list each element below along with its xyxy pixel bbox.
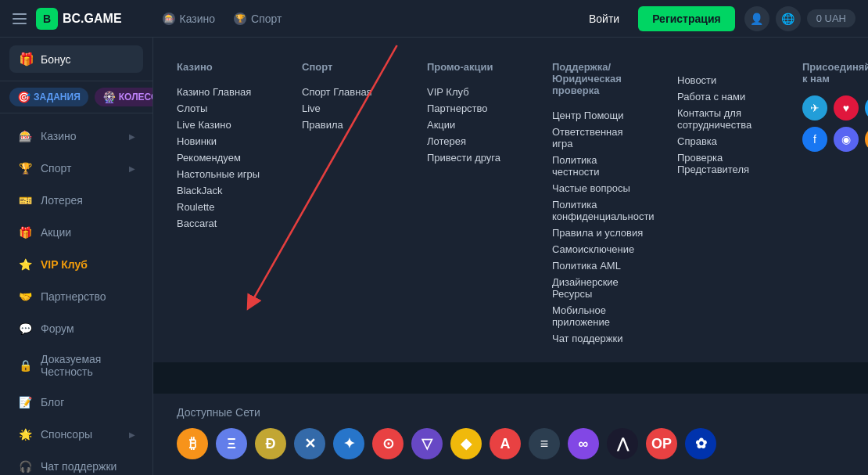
content-area: КазиноКазино ГлавнаяСлотыLive КазиноНови… bbox=[153, 38, 868, 475]
mega-item-3-9[interactable]: Мобильное приложение bbox=[552, 302, 646, 330]
mega-item-2-2[interactable]: Акции bbox=[427, 117, 521, 133]
koleso-icon: 🎡 bbox=[102, 91, 116, 103]
network-coin-13[interactable]: ✿ bbox=[685, 428, 716, 459]
network-coin-3[interactable]: ✕ bbox=[294, 428, 325, 459]
mega-item-3-8[interactable]: Дизайнерские Ресурсы bbox=[552, 274, 646, 302]
mega-item-0-8[interactable]: Baccarat bbox=[177, 215, 271, 232]
sidebar-icon-3: 🎁 bbox=[17, 225, 33, 240]
mega-item-0-1[interactable]: Слоты bbox=[177, 100, 271, 117]
mega-item-3-0[interactable]: Центр Помощи bbox=[552, 107, 646, 124]
sidebar-item-8[interactable]: 📝 Блог bbox=[5, 387, 148, 418]
sidebar-item-6[interactable]: 💬 Форум bbox=[5, 313, 148, 344]
header-left: B BC.GAME 🎰 Казино 🏆 Спорт bbox=[13, 8, 282, 30]
mega-item-4-3[interactable]: Справка bbox=[677, 133, 771, 149]
network-coin-8[interactable]: A bbox=[490, 428, 521, 459]
network-coin-4[interactable]: ✦ bbox=[333, 428, 364, 459]
network-coin-2[interactable]: Ð bbox=[255, 428, 286, 459]
mega-item-0-4[interactable]: Рекомендуем bbox=[177, 149, 271, 166]
sidebar-label-7: Доказуемая Честность bbox=[41, 353, 135, 378]
mega-item-0-2[interactable]: Live Казино bbox=[177, 117, 271, 133]
header-nav: 🎰 Казино 🏆 Спорт bbox=[163, 13, 282, 25]
mega-item-2-3[interactable]: Лотерея bbox=[427, 133, 521, 149]
mega-menu: КазиноКазино ГлавнаяСлотыLive КазиноНови… bbox=[153, 38, 868, 362]
globe-icon[interactable]: 🌐 bbox=[776, 6, 801, 31]
mega-item-0-3[interactable]: Новинки bbox=[177, 133, 271, 149]
nav-sport-label: Спорт bbox=[251, 13, 282, 25]
register-button[interactable]: Регистрация bbox=[638, 6, 735, 31]
login-button[interactable]: Войти bbox=[579, 8, 629, 30]
social-icon-1[interactable]: ♥ bbox=[834, 95, 859, 121]
network-coin-1[interactable]: Ξ bbox=[216, 428, 247, 459]
sidebar-label-10: Чат поддержки bbox=[41, 460, 135, 473]
nav-sport[interactable]: 🏆 Спорт bbox=[234, 13, 282, 25]
sidebar-item-2[interactable]: 🎫 Лотерея bbox=[5, 185, 148, 216]
network-coin-10[interactable]: ∞ bbox=[568, 428, 599, 459]
sidebar-tasks: 🎯 ЗАДАНИЯ 🎡 КОЛЕСО bbox=[0, 81, 152, 113]
network-coin-12[interactable]: OP bbox=[646, 428, 677, 459]
mega-item-0-0[interactable]: Казино Главная bbox=[177, 84, 271, 100]
sidebar-icon-8: 📝 bbox=[17, 394, 33, 410]
mega-col-5: Присоединяйтесь к нам✈♥🐦f◉₿ bbox=[802, 61, 868, 347]
networks-section: Доступные Сети ₿ΞÐ✕✦⊙▽◆A≡∞⋀OP✿ bbox=[153, 394, 868, 475]
mega-item-3-7[interactable]: Политика AML bbox=[552, 257, 646, 274]
network-coin-5[interactable]: ⊙ bbox=[372, 428, 404, 459]
mega-item-2-4[interactable]: Привести друга bbox=[427, 149, 521, 166]
sidebar-icon-6: 💬 bbox=[17, 321, 33, 336]
hamburger-menu[interactable] bbox=[13, 13, 27, 24]
mega-item-2-0[interactable]: VIP Клуб bbox=[427, 84, 521, 100]
mega-item-0-7[interactable]: Roulette bbox=[177, 199, 271, 215]
balance-display[interactable]: 0 UAH bbox=[807, 9, 855, 27]
sidebar-icon-0: 🎰 bbox=[17, 128, 33, 144]
koleso-label: КОЛЕСО bbox=[119, 92, 153, 103]
sidebar-item-1[interactable]: 🏆 Спорт ▶ bbox=[5, 153, 148, 184]
mega-item-0-6[interactable]: BlackJack bbox=[177, 182, 271, 199]
mega-item-2-1[interactable]: Партнерство bbox=[427, 100, 521, 117]
network-coin-6[interactable]: ▽ bbox=[411, 428, 443, 459]
sidebar-arrow-0: ▶ bbox=[129, 132, 135, 141]
mega-item-3-4[interactable]: Политика конфиденциальности bbox=[552, 196, 646, 225]
sidebar-label-1: Спорт bbox=[41, 162, 121, 175]
avatar-button[interactable]: 👤 bbox=[744, 6, 769, 31]
sidebar-item-9[interactable]: 🌟 Спонсоры ▶ bbox=[5, 419, 148, 450]
mega-item-1-0[interactable]: Спорт Главная bbox=[302, 84, 396, 100]
mega-item-4-0[interactable]: Новости bbox=[677, 72, 771, 88]
zadaniya-label: ЗАДАНИЯ bbox=[34, 92, 81, 103]
social-icons-row: ✈♥🐦f◉₿ bbox=[802, 95, 868, 152]
nav-casino[interactable]: 🎰 Казино bbox=[163, 13, 216, 25]
sidebar-item-4[interactable]: ⭐ VIP Клуб bbox=[5, 249, 148, 280]
social-icon-2[interactable]: 🐦 bbox=[865, 95, 868, 121]
social-icon-0[interactable]: ✈ bbox=[802, 95, 827, 121]
logo-icon: B bbox=[36, 8, 58, 30]
sidebar-item-7[interactable]: 🔒 Доказуемая Честность bbox=[5, 345, 148, 386]
koleso-chip[interactable]: 🎡 КОЛЕСО bbox=[95, 88, 153, 106]
network-coin-7[interactable]: ◆ bbox=[450, 428, 482, 459]
sidebar-item-0[interactable]: 🎰 Казино ▶ bbox=[5, 121, 148, 152]
network-coin-11[interactable]: ⋀ bbox=[607, 428, 638, 459]
network-coin-0[interactable]: ₿ bbox=[177, 428, 208, 459]
mega-item-1-2[interactable]: Правила bbox=[302, 117, 396, 133]
mega-item-3-3[interactable]: Частые вопросы bbox=[552, 180, 646, 196]
mega-item-3-10[interactable]: Чат поддержки bbox=[552, 330, 646, 347]
social-icon-3[interactable]: f bbox=[802, 127, 827, 152]
sidebar-item-3[interactable]: 🎁 Акции bbox=[5, 217, 148, 248]
mega-item-3-1[interactable]: Ответственная игра bbox=[552, 124, 646, 152]
sidebar-item-5[interactable]: 🤝 Партнерство bbox=[5, 281, 148, 312]
mega-item-3-6[interactable]: Самоисключение bbox=[552, 241, 646, 257]
social-icon-5[interactable]: ₿ bbox=[865, 127, 868, 152]
social-icon-4[interactable]: ◉ bbox=[834, 127, 859, 152]
sidebar-item-10[interactable]: 🎧 Чат поддержки bbox=[5, 451, 148, 475]
bonus-button[interactable]: 🎁 Бонус bbox=[9, 45, 143, 73]
network-coin-9[interactable]: ≡ bbox=[529, 428, 560, 459]
zadaniya-chip[interactable]: 🎯 ЗАДАНИЯ bbox=[9, 88, 88, 106]
mega-item-1-1[interactable]: Live bbox=[302, 100, 396, 117]
sidebar-icon-4: ⭐ bbox=[17, 257, 33, 272]
mega-item-4-1[interactable]: Работа с нами bbox=[677, 88, 771, 105]
mega-item-4-4[interactable]: Проверка Представителя bbox=[677, 149, 771, 178]
mega-item-4-2[interactable]: Контакты для сотрудничества bbox=[677, 105, 771, 133]
mega-item-3-5[interactable]: Правила и условия bbox=[552, 225, 646, 241]
mega-item-3-2[interactable]: Политика честности bbox=[552, 152, 646, 180]
mega-item-0-5[interactable]: Настольные игры bbox=[177, 166, 271, 182]
mega-col-4: НовостиРабота с намиКонтакты для сотрудн… bbox=[677, 61, 771, 347]
mega-col-title-3: Поддержка/Юридическая проверка bbox=[552, 61, 646, 96]
logo[interactable]: B BC.GAME bbox=[36, 8, 122, 30]
